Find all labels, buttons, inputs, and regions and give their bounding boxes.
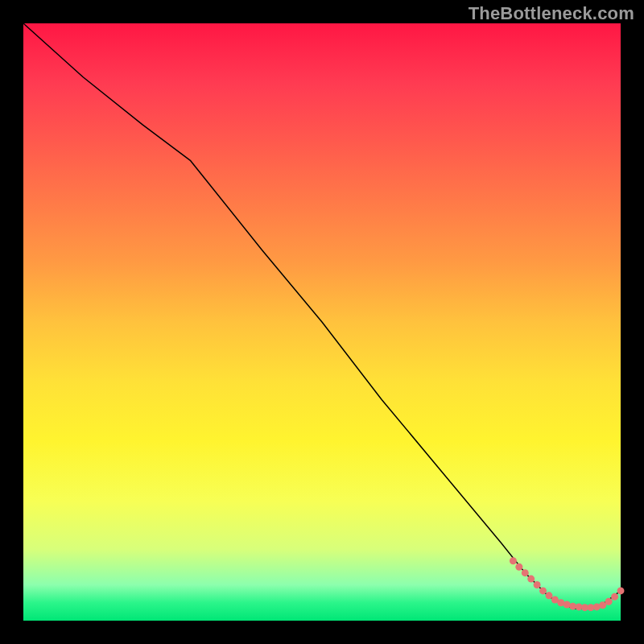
- data-point: [605, 598, 613, 605]
- chart-svg: [23, 23, 621, 621]
- data-point: [515, 564, 522, 571]
- data-point: [617, 587, 625, 594]
- data-point: [539, 587, 547, 594]
- data-points: [510, 557, 625, 611]
- data-point: [611, 593, 618, 601]
- data-point: [522, 569, 529, 576]
- data-point: [534, 581, 541, 588]
- watermark-text: TheBottleneck.com: [469, 3, 634, 24]
- data-point: [545, 592, 552, 599]
- bottleneck-curve: [23, 23, 621, 609]
- chart-plot-area: [23, 23, 621, 621]
- data-point: [527, 576, 535, 583]
- data-point: [510, 557, 517, 564]
